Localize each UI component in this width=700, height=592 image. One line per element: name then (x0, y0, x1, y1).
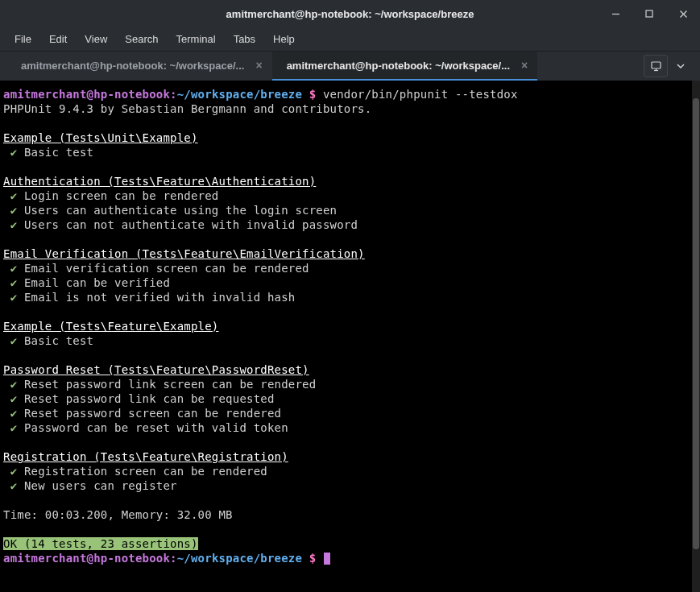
test-group-heading: Example (Tests\Unit\Example) (3, 131, 198, 144)
minimize-icon (611, 10, 620, 19)
check-icon: ✔ (3, 334, 24, 347)
broadcast-button[interactable] (644, 55, 668, 77)
terminal-line: ✔ Users can authenticate using the login… (3, 203, 697, 217)
test-group-heading: Password Reset (Tests\Feature\PasswordRe… (3, 363, 309, 376)
test-name: Basic test (24, 334, 93, 347)
test-name: Registration screen can be rendered (24, 465, 267, 478)
terminal-line (3, 435, 697, 449)
tab-menu-button[interactable] (671, 55, 690, 77)
test-name: Email is not verified with invalid hash (24, 291, 296, 304)
prompt-user: amitmerchant@hp-notebook (3, 552, 170, 565)
check-icon: ✔ (3, 378, 24, 391)
svg-rect-4 (652, 62, 661, 68)
terminal-line: Authentication (Tests\Feature\Authentica… (3, 174, 697, 188)
menu-terminal[interactable]: Terminal (168, 30, 224, 48)
tab-1-label: amitmerchant@hp-notebook: ~/workspace/..… (21, 60, 244, 72)
prompt-command: vendor/bin/phpunit --testdox (323, 88, 518, 101)
menu-view[interactable]: View (77, 30, 115, 48)
tabbar-right (644, 52, 694, 81)
broadcast-icon (650, 60, 662, 72)
maximize-icon (645, 10, 653, 18)
time-memory: Time: 00:03.200, Memory: 32.00 MB (3, 508, 233, 521)
terminal-line (3, 232, 697, 246)
check-icon: ✔ (3, 291, 24, 304)
phpunit-version: PHPUnit 9.4.3 by Sebastian Bergmann and … (3, 102, 371, 115)
menu-edit[interactable]: Edit (41, 30, 75, 48)
titlebar[interactable]: amitmerchant@hp-notebook: ~/workspace/br… (0, 0, 700, 27)
scrollbar-thumb[interactable] (693, 98, 699, 549)
terminal-line (3, 159, 697, 174)
tab-2[interactable]: amitmerchant@hp-notebook: ~/workspace/..… (272, 52, 538, 81)
terminal-line: ✔ Password can be reset with valid token (3, 420, 697, 435)
terminal-line: ✔ Login screen can be rendered (3, 188, 697, 203)
test-name: Basic test (24, 146, 93, 159)
test-name: Users can authenticate using the login s… (24, 204, 337, 217)
tab-1-close-icon[interactable]: × (252, 59, 265, 72)
tab-2-label: amitmerchant@hp-notebook: ~/workspace/..… (287, 60, 510, 72)
prompt-dollar: $ (302, 552, 323, 565)
minimize-button[interactable] (599, 0, 632, 27)
terminal-line: Example (Tests\Unit\Example) (3, 130, 697, 145)
check-icon: ✔ (3, 218, 24, 231)
check-icon: ✔ (3, 189, 24, 202)
prompt-path: ~/workspace/breeze (177, 552, 302, 565)
scrollbar[interactable] (692, 81, 700, 592)
terminal-line: amitmerchant@hp-notebook:~/workspace/bre… (3, 551, 697, 565)
tab-2-close-icon[interactable]: × (518, 59, 531, 72)
terminal-line: ✔ Basic test (3, 333, 697, 348)
menu-file[interactable]: File (6, 30, 39, 48)
terminal-line (3, 493, 697, 507)
terminal-line: ✔ Email verification screen can be rende… (3, 261, 697, 275)
cursor (324, 553, 330, 565)
test-group-heading: Email Verification (Tests\Feature\EmailV… (3, 247, 365, 260)
terminal-line: ✔ New users can register (3, 478, 697, 493)
terminal-line: ✔ Reset password link screen can be rend… (3, 377, 697, 391)
test-name: Password can be reset with valid token (24, 421, 288, 434)
check-icon: ✔ (3, 392, 24, 405)
tabbar: amitmerchant@hp-notebook: ~/workspace/..… (0, 52, 700, 81)
svg-rect-1 (646, 10, 652, 17)
terminal-line: amitmerchant@hp-notebook:~/workspace/bre… (3, 87, 697, 101)
menu-help[interactable]: Help (265, 30, 303, 48)
terminal-line: Email Verification (Tests\Feature\EmailV… (3, 246, 697, 261)
chevron-down-icon (677, 64, 685, 68)
window-controls (599, 0, 700, 27)
test-name: Reset password screen can be rendered (24, 407, 281, 420)
terminal-line (3, 522, 697, 536)
check-icon: ✔ (3, 262, 24, 275)
test-name: Login screen can be rendered (24, 189, 219, 202)
ok-summary: OK (14 tests, 23 assertions) (3, 537, 198, 550)
terminal-line: ✔ Registration screen can be rendered (3, 464, 697, 478)
check-icon: ✔ (3, 479, 24, 492)
check-icon: ✔ (3, 146, 24, 159)
prompt-path: ~/workspace/breeze (177, 88, 302, 101)
check-icon: ✔ (3, 465, 24, 478)
terminal-line: PHPUnit 9.4.3 by Sebastian Bergmann and … (3, 101, 697, 116)
terminal-line: Time: 00:03.200, Memory: 32.00 MB (3, 507, 697, 522)
test-name: Email can be verified (24, 276, 170, 289)
test-name: New users can register (24, 479, 177, 492)
terminal-line (3, 304, 697, 319)
tab-1[interactable]: amitmerchant@hp-notebook: ~/workspace/..… (6, 52, 272, 81)
menubar: File Edit View Search Terminal Tabs Help (0, 27, 700, 52)
test-name: Reset password link can be requested (24, 392, 275, 405)
terminal-line: ✔ Reset password link can be requested (3, 391, 697, 406)
terminal-line: ✔ Basic test (3, 145, 697, 159)
check-icon: ✔ (3, 421, 24, 434)
terminal-line: ✔ Email is not verified with invalid has… (3, 290, 697, 304)
check-icon: ✔ (3, 204, 24, 217)
check-icon: ✔ (3, 276, 24, 289)
terminal-line: Example (Tests\Feature\Example) (3, 319, 697, 333)
terminal-output[interactable]: amitmerchant@hp-notebook:~/workspace/bre… (0, 81, 700, 592)
window-title: amitmerchant@hp-notebook: ~/workspace/br… (226, 8, 474, 20)
test-group-heading: Authentication (Tests\Feature\Authentica… (3, 175, 316, 188)
maximize-button[interactable] (632, 0, 666, 27)
terminal-line (3, 116, 697, 130)
test-group-heading: Example (Tests\Feature\Example) (3, 320, 219, 333)
terminal-line: Password Reset (Tests\Feature\PasswordRe… (3, 362, 697, 377)
test-group-heading: Registration (Tests\Feature\Registration… (3, 450, 288, 463)
prompt-dollar: $ (302, 88, 323, 101)
menu-search[interactable]: Search (117, 30, 166, 48)
menu-tabs[interactable]: Tabs (226, 30, 263, 48)
close-button[interactable] (666, 0, 700, 27)
